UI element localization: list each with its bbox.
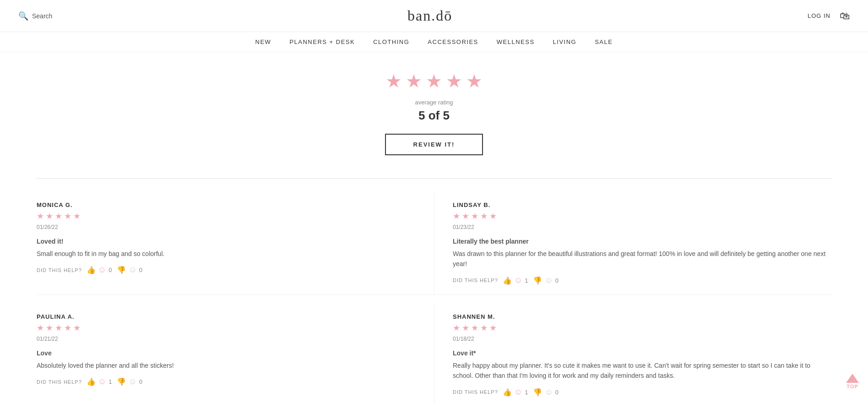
review-title: Literally the best planner xyxy=(453,238,831,245)
review-item: SHANNEN M. ★ ★ ★ ★ ★ 01/18/22 Love it* R… xyxy=(434,304,831,403)
r3-star4: ★ xyxy=(64,323,71,333)
review-date: 01/26/22 xyxy=(37,224,416,230)
r2-star2: ★ xyxy=(462,211,469,221)
thumbs-up-icon[interactable]: 👍 xyxy=(503,276,512,285)
review-stars: ★ ★ ★ ★ ★ xyxy=(37,211,416,221)
review-date: 01/21/22 xyxy=(37,336,416,342)
happy-icon[interactable]: ☺ xyxy=(514,387,523,397)
thumbs-down-group: 👎 ☺ 0 xyxy=(533,387,559,397)
nav-clothing[interactable]: CLOTHING xyxy=(373,38,409,45)
nav-sale[interactable]: SALE xyxy=(595,38,613,45)
overall-stars: ★ ★ ★ ★ ★ xyxy=(0,71,868,92)
thumbs-down-count: 0 xyxy=(555,277,559,284)
r1-star3: ★ xyxy=(55,211,62,221)
neutral-icon[interactable]: ☺ xyxy=(128,377,137,387)
r4-star5: ★ xyxy=(489,323,497,333)
thumbs-down-icon[interactable]: 👎 xyxy=(117,377,126,386)
review-date: 01/23/22 xyxy=(453,224,831,230)
neutral-icon[interactable]: ☺ xyxy=(128,265,137,275)
review-stars: ★ ★ ★ ★ ★ xyxy=(453,323,831,333)
rating-section: ★ ★ ★ ★ ★ average rating 5 of 5 REVIEW I… xyxy=(0,52,868,164)
review-title: Love it* xyxy=(453,349,831,357)
thumbs-down-count: 0 xyxy=(139,378,143,385)
reviewer-name: MONICA G. xyxy=(37,202,416,208)
thumbs-up-group: 👍 ☺ 1 xyxy=(87,377,113,387)
did-help-label: DID THIS HELP? xyxy=(453,389,498,395)
did-help-row: DID THIS HELP? 👍 ☺ 1 👎 ☺ 0 xyxy=(453,387,831,397)
review-title: Loved it! xyxy=(37,238,416,245)
star-5: ★ xyxy=(466,71,483,92)
happy-icon[interactable]: ☺ xyxy=(98,265,107,275)
thumbs-up-icon[interactable]: 👍 xyxy=(503,388,512,397)
thumbs-down-icon[interactable]: 👎 xyxy=(533,276,542,285)
r4-star3: ★ xyxy=(471,323,478,333)
happy-icon[interactable]: ☺ xyxy=(514,276,523,285)
happy-icon[interactable]: ☺ xyxy=(98,377,107,387)
r2-star5: ★ xyxy=(489,211,497,221)
search-area[interactable]: 🔍 Search xyxy=(18,11,52,21)
avg-value: 5 of 5 xyxy=(0,109,868,123)
search-icon: 🔍 xyxy=(18,11,28,21)
r2-star1: ★ xyxy=(453,211,460,221)
r1-star1: ★ xyxy=(37,211,44,221)
thumbs-down-group: 👎 ☺ 0 xyxy=(117,377,143,387)
main-nav: NEW PLANNERS + DESK CLOTHING ACCESSORIES… xyxy=(0,32,868,52)
did-help-label: DID THIS HELP? xyxy=(37,379,82,385)
thumbs-up-group: 👍 ☺ 0 xyxy=(87,265,113,275)
nav-planners[interactable]: PLANNERS + DESK xyxy=(289,38,355,45)
did-help-label: DID THIS HELP? xyxy=(37,267,82,273)
star-2: ★ xyxy=(406,71,422,92)
star-3: ★ xyxy=(426,71,442,92)
thumbs-down-group: 👎 ☺ 0 xyxy=(117,265,143,275)
review-date: 01/18/22 xyxy=(453,336,831,342)
neutral-icon[interactable]: ☺ xyxy=(544,387,553,397)
review-item: LINDSAY B. ★ ★ ★ ★ ★ 01/23/22 Literally … xyxy=(434,192,831,295)
header: 🔍 Search ban.dō LOG IN 🛍 xyxy=(0,0,868,32)
review-item: PAULINA A. ★ ★ ★ ★ ★ 01/21/22 Love Absol… xyxy=(37,304,434,403)
nav-accessories[interactable]: ACCESSORIES xyxy=(428,38,478,45)
star-4: ★ xyxy=(446,71,462,92)
neutral-icon[interactable]: ☺ xyxy=(544,276,553,285)
thumbs-down-icon[interactable]: 👎 xyxy=(533,388,542,397)
thumbs-up-group: 👍 ☺ 1 xyxy=(503,276,529,285)
thumbs-down-count: 0 xyxy=(555,389,559,396)
thumbs-up-icon[interactable]: 👍 xyxy=(87,377,96,386)
r1-star4: ★ xyxy=(64,211,71,221)
review-it-button[interactable]: REVIEW IT! xyxy=(385,134,483,155)
did-help-row: DID THIS HELP? 👍 ☺ 1 👎 ☺ 0 xyxy=(37,377,416,387)
nav-wellness[interactable]: WELLNESS xyxy=(497,38,535,45)
r3-star1: ★ xyxy=(37,323,44,333)
review-title: Love xyxy=(37,349,416,357)
reviewer-name: PAULINA A. xyxy=(37,313,416,320)
review-text: Absolutely loved the planner and all the… xyxy=(37,360,416,370)
thumbs-up-count: 1 xyxy=(525,277,528,284)
thumbs-down-icon[interactable]: 👎 xyxy=(117,266,126,274)
top-label: TOP xyxy=(846,384,858,389)
nav-living[interactable]: LIVING xyxy=(553,38,577,45)
thumbs-up-count: 1 xyxy=(525,389,528,396)
r2-star3: ★ xyxy=(471,211,478,221)
thumbs-up-count: 1 xyxy=(108,378,112,385)
did-help-label: DID THIS HELP? xyxy=(453,278,498,283)
top-button[interactable]: TOP xyxy=(846,374,859,389)
review-text: Small enough to fit in my bag and so col… xyxy=(37,249,416,259)
reviewer-name: SHANNEN M. xyxy=(453,313,831,320)
nav-new[interactable]: NEW xyxy=(255,38,271,45)
header-right: LOG IN 🛍 xyxy=(808,10,850,22)
r4-star1: ★ xyxy=(453,323,460,333)
top-triangle-icon xyxy=(846,374,859,383)
cart-icon[interactable]: 🛍 xyxy=(840,10,850,22)
site-logo[interactable]: ban.dō xyxy=(407,7,452,24)
avg-label: average rating xyxy=(0,99,868,106)
login-button[interactable]: LOG IN xyxy=(808,12,830,19)
thumbs-up-count: 0 xyxy=(108,267,112,273)
did-help-row: DID THIS HELP? 👍 ☺ 1 👎 ☺ 0 xyxy=(453,276,831,285)
r1-star5: ★ xyxy=(73,211,81,221)
r1-star2: ★ xyxy=(46,211,53,221)
thumbs-up-icon[interactable]: 👍 xyxy=(87,266,96,274)
review-text: Was drawn to this planner for the beauti… xyxy=(453,249,831,269)
review-item: MONICA G. ★ ★ ★ ★ ★ 01/26/22 Loved it! S… xyxy=(37,192,434,295)
thumbs-down-group: 👎 ☺ 0 xyxy=(533,276,559,285)
did-help-row: DID THIS HELP? 👍 ☺ 0 👎 ☺ 0 xyxy=(37,265,416,275)
review-stars: ★ ★ ★ ★ ★ xyxy=(453,211,831,221)
